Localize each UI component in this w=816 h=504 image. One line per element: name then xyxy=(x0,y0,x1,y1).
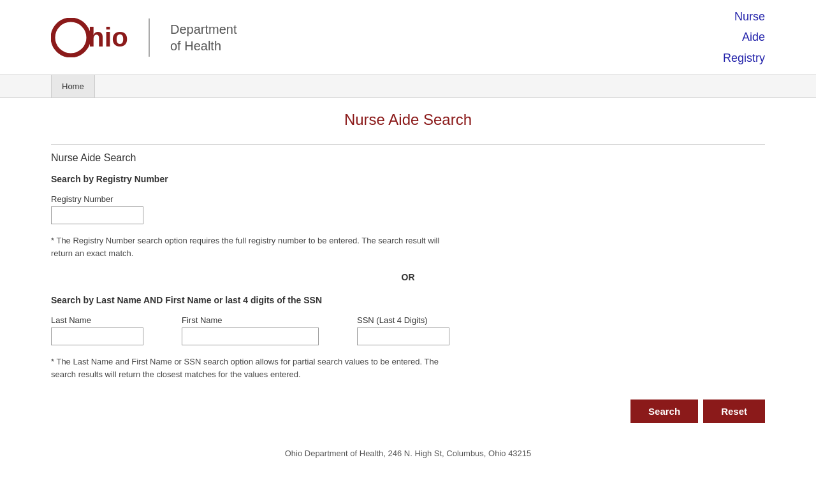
last-name-label: Last Name xyxy=(51,315,143,325)
registry-field-group: Registry Number xyxy=(51,194,765,224)
section-heading: Nurse Aide Search xyxy=(51,152,765,164)
registry-number-label: Registry Number xyxy=(51,194,765,204)
or-divider: OR xyxy=(51,272,765,282)
ohio-o-icon xyxy=(51,18,91,57)
name-fields-row: Last Name First Name SSN (Last 4 Digits) xyxy=(51,315,765,345)
nav-home[interactable]: Home xyxy=(51,75,95,97)
site-title-aide: Aide xyxy=(723,27,765,47)
ssn-label: SSN (Last 4 Digits) xyxy=(357,315,449,325)
ssn-group: SSN (Last 4 Digits) xyxy=(357,315,449,345)
name-search-group: Search by Last Name AND First Name or la… xyxy=(51,295,765,380)
navbar: Home xyxy=(0,75,816,98)
registry-search-group: Search by Registry Number Registry Numbe… xyxy=(51,174,765,259)
logo-divider xyxy=(149,18,150,57)
main-content: Nurse Aide Search Nurse Aide Search Sear… xyxy=(0,98,816,484)
search-section: Nurse Aide Search Search by Registry Num… xyxy=(51,144,765,423)
ohio-text: hio xyxy=(88,22,128,53)
site-title-registry: Registry xyxy=(723,48,765,68)
registry-number-input[interactable] xyxy=(51,206,143,224)
site-title: Nurse Aide Registry xyxy=(723,6,765,68)
search-button[interactable]: Search xyxy=(630,400,698,423)
name-section-label: Search by Last Name AND First Name or la… xyxy=(51,295,765,305)
ssn-input[interactable] xyxy=(357,328,449,345)
last-name-input[interactable] xyxy=(51,328,143,345)
svg-point-0 xyxy=(53,20,89,55)
name-note: * The Last Name and First Name or SSN se… xyxy=(51,356,459,380)
ohio-logo: hio xyxy=(51,18,128,57)
header: hio Department of Health Nurse Aide Regi… xyxy=(0,0,816,75)
first-name-label: First Name xyxy=(182,315,319,325)
first-name-group: First Name xyxy=(182,315,319,345)
dept-text: Department of Health xyxy=(170,21,237,54)
page-title: Nurse Aide Search xyxy=(51,111,765,129)
reset-button[interactable]: Reset xyxy=(703,400,765,423)
footer: Ohio Department of Health, 246 N. High S… xyxy=(51,442,765,458)
last-name-group: Last Name xyxy=(51,315,143,345)
logo-area: hio Department of Health xyxy=(51,18,237,57)
first-name-input[interactable] xyxy=(182,328,319,345)
registry-note: * The Registry Number search option requ… xyxy=(51,234,459,259)
footer-address: Ohio Department of Health, 246 N. High S… xyxy=(285,449,532,458)
site-title-nurse: Nurse xyxy=(723,6,765,27)
registry-section-label: Search by Registry Number xyxy=(51,174,765,184)
buttons-row: Search Reset xyxy=(51,400,765,423)
